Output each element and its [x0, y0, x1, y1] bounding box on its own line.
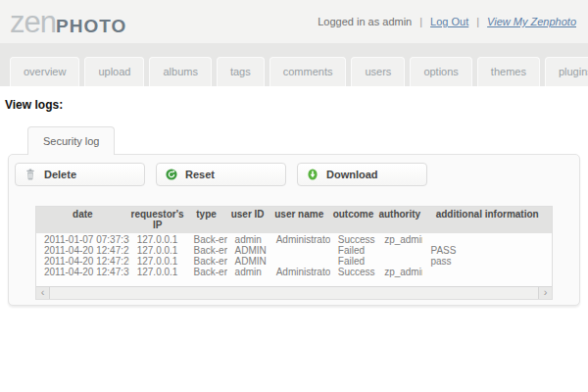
zenphoto-logo: zen PHOTO [10, 7, 126, 37]
log-toolbar: Delete Reset [15, 163, 573, 186]
cell-date: 2011-04-20 12:47:39 [36, 267, 129, 277]
logo-zen-text: zen [10, 7, 56, 37]
cell-type: Back-end [186, 245, 227, 256]
cell-additional-info [422, 234, 552, 245]
cell-user-name: Administrator [269, 234, 330, 245]
scroll-right-icon[interactable]: › [538, 287, 552, 299]
cell-ip: 127.0.0.1 [129, 267, 186, 277]
table-header-row: date requestor's IP type user ID user na… [36, 207, 552, 233]
cell-date: 2011-04-20 12:47:26 [36, 256, 129, 267]
trash-icon [24, 169, 36, 180]
cell-user-id: admin [227, 267, 269, 277]
cell-user-id: ADMIN [227, 256, 269, 267]
delete-button-label: Delete [44, 169, 76, 180]
tab-options[interactable]: options [410, 57, 471, 86]
cell-type: Back-end [186, 234, 227, 245]
cell-date: 2011-01-07 07:37:38 [36, 234, 129, 245]
logout-link[interactable]: Log Out [430, 16, 468, 27]
col-header-authority: authority [376, 209, 422, 230]
tab-themes[interactable]: themes [477, 57, 540, 86]
download-button-label: Download [326, 169, 378, 180]
table-body: 2011-01-07 07:37:38 127.0.0.1 Back-end a… [36, 233, 552, 286]
cell-user-id: admin [227, 234, 269, 245]
security-log-table: date requestor's IP type user ID user na… [35, 206, 553, 300]
delete-button[interactable]: Delete [15, 163, 145, 186]
cell-user-name: Administrator [269, 267, 330, 277]
col-header-date: date [36, 209, 129, 230]
log-panel: Delete Reset [8, 154, 580, 306]
col-header-user-id: user ID [227, 209, 269, 230]
col-header-requestor-ip: requestor's IP [129, 209, 186, 230]
cell-additional-info: PASS [422, 245, 552, 256]
table-row: 2011-04-20 12:47:21 127.0.0.1 Back-end A… [36, 245, 552, 256]
session-info: Logged in as admin | Log Out | View My Z… [318, 16, 576, 27]
cell-ip: 127.0.0.1 [129, 245, 186, 256]
tab-plugins[interactable]: plugins [545, 57, 588, 86]
cell-date: 2011-04-20 12:47:21 [36, 245, 129, 256]
cell-additional-info [422, 267, 552, 277]
table-row: 2011-01-07 07:37:38 127.0.0.1 Back-end a… [36, 234, 552, 245]
tab-tags[interactable]: tags [217, 57, 265, 86]
col-header-outcome: outcome [330, 209, 376, 230]
scrollbar-track[interactable] [50, 287, 538, 299]
page-title: View logs: [5, 98, 588, 112]
view-my-zenphoto-link[interactable]: View My Zenphoto [487, 16, 576, 27]
tab-albums[interactable]: albums [149, 57, 211, 86]
cell-authority [376, 256, 422, 267]
security-log-tab[interactable]: Security log [27, 126, 115, 155]
reset-refresh-icon [166, 169, 177, 180]
logged-in-text: Logged in as admin [318, 16, 412, 27]
cell-outcome: Success [330, 267, 376, 277]
cell-authority: zp_admin [376, 267, 422, 277]
tab-overview[interactable]: overview [10, 57, 79, 86]
col-header-type: type [186, 209, 227, 230]
top-header: zen PHOTO Logged in as admin | Log Out |… [0, 0, 588, 43]
cell-type: Back-end [186, 256, 227, 267]
reset-button[interactable]: Reset [156, 163, 286, 186]
separator: | [419, 16, 422, 27]
download-arrow-icon [307, 169, 318, 180]
cell-authority: zp_admin [376, 234, 422, 245]
tab-comments[interactable]: comments [270, 57, 347, 86]
logo-photo-text: PHOTO [56, 17, 126, 35]
cell-authority [376, 245, 422, 256]
cell-type: Back-end [186, 267, 227, 277]
cell-additional-info: pass [422, 256, 552, 267]
table-row: 2011-04-20 12:47:26 127.0.0.1 Back-end A… [36, 256, 552, 267]
cell-user-id: ADMIN [227, 245, 269, 256]
table-row: 2011-04-20 12:47:39 127.0.0.1 Back-end a… [36, 267, 552, 277]
tab-upload[interactable]: upload [84, 57, 144, 86]
cell-user-name [269, 245, 330, 256]
horizontal-scrollbar[interactable]: ‹ › [36, 286, 552, 299]
separator: | [476, 16, 479, 27]
cell-outcome: Failed [330, 245, 376, 256]
cell-outcome: Success [330, 234, 376, 245]
content-area: View logs: Security log Delete [0, 86, 588, 306]
cell-ip: 127.0.0.1 [129, 234, 186, 245]
cell-ip: 127.0.0.1 [129, 256, 186, 267]
admin-tab-bar: overview upload albums tags comments use… [0, 43, 588, 86]
tab-users[interactable]: users [351, 57, 405, 86]
cell-user-name [269, 256, 330, 267]
scroll-left-icon[interactable]: ‹ [36, 287, 50, 299]
cell-outcome: Failed [330, 256, 376, 267]
col-header-additional-information: additional information [422, 209, 552, 230]
reset-button-label: Reset [185, 169, 215, 180]
col-header-user-name: user name [269, 209, 330, 230]
download-button[interactable]: Download [297, 163, 427, 186]
